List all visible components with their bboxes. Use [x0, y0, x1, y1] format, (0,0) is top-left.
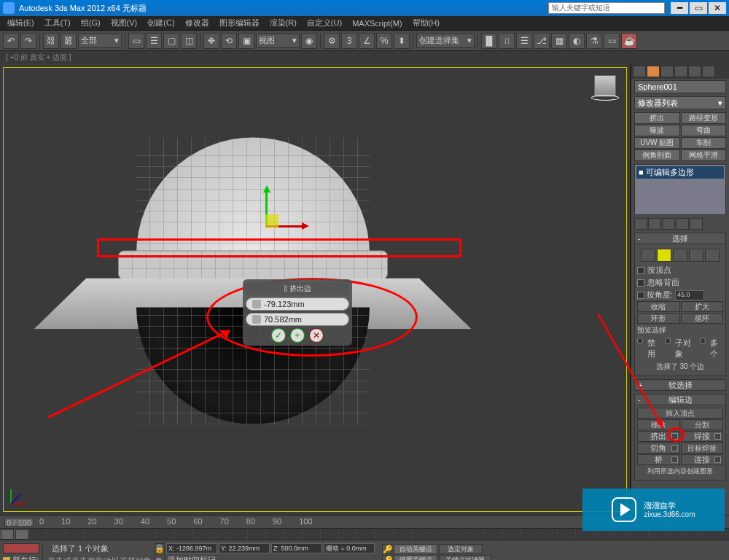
close-button[interactable]: ✕: [709, 2, 726, 14]
bridge-button[interactable]: 桥: [637, 454, 680, 465]
coord-z[interactable]: Z: 500.0mm: [271, 543, 322, 553]
caddy-width-input[interactable]: 70.582mm: [246, 313, 349, 326]
key-mode-icon[interactable]: 🔑: [382, 544, 392, 554]
window-crossing-button[interactable]: ◫: [181, 33, 197, 49]
mod-uvw[interactable]: UVW 贴图: [634, 137, 680, 149]
mod-pathdeform[interactable]: 路径变形: [681, 112, 727, 124]
caddy-cancel-button[interactable]: ✕: [309, 328, 324, 343]
menu-maxscript[interactable]: MAXScript(M): [352, 19, 402, 28]
set-key-button[interactable]: 设置关键点: [394, 555, 437, 560]
caddy-height-input[interactable]: -79.123mm: [246, 298, 349, 311]
split-button[interactable]: 分割: [681, 419, 724, 430]
rollout-selection-header[interactable]: -选择: [634, 233, 726, 244]
rotate-button[interactable]: ⟲: [221, 33, 237, 49]
tab-display[interactable]: [688, 66, 701, 77]
link-button[interactable]: ⛓: [43, 33, 59, 49]
angle-input[interactable]: 45.0: [675, 290, 704, 300]
select-region-button[interactable]: ▢: [163, 33, 179, 49]
menu-customize[interactable]: 自定义(U): [307, 18, 342, 28]
caddy-title[interactable]: ‖ 挤出边: [246, 282, 349, 295]
connect-button[interactable]: 连接: [681, 454, 724, 465]
stack-item-epoly[interactable]: ■ 可编辑多边形: [636, 166, 724, 179]
caddy-ok-button[interactable]: ✓: [271, 328, 286, 343]
scale-button[interactable]: ▣: [238, 33, 254, 49]
menu-create[interactable]: 创建(C): [147, 18, 174, 28]
lock-selection-icon[interactable]: 🔒: [155, 543, 165, 553]
mod-extrude[interactable]: 挤出: [634, 112, 680, 124]
render-frame-button[interactable]: ▭: [604, 33, 620, 49]
weld-settings-button[interactable]: [714, 433, 721, 440]
by-vertex-check[interactable]: 按顶点: [637, 264, 723, 276]
select-name-button[interactable]: ☰: [146, 33, 162, 49]
menu-rendering[interactable]: 渲染(R): [270, 18, 297, 28]
selected-set-display[interactable]: 选定对象: [439, 544, 483, 554]
loop-button[interactable]: 循环: [681, 313, 724, 324]
mod-noise[interactable]: 噪波: [634, 125, 680, 136]
coord-y[interactable]: Y: 22.239mm: [219, 543, 270, 553]
render-setup-button[interactable]: ⚗: [586, 33, 602, 49]
maximize-button[interactable]: ▭: [690, 2, 707, 14]
material-editor-button[interactable]: ◐: [569, 33, 585, 49]
ignore-backfacing-check[interactable]: 忽略背面: [637, 276, 723, 289]
so-vertex[interactable]: [641, 249, 655, 262]
snap-button[interactable]: 3: [341, 33, 357, 49]
key-filters-button[interactable]: 关键点过滤器: [439, 555, 491, 560]
weld-button[interactable]: 焊接: [681, 431, 724, 442]
remove-mod-button[interactable]: [676, 218, 689, 230]
tab-create[interactable]: [633, 66, 646, 77]
minimize-button[interactable]: ━: [671, 2, 688, 14]
select-button[interactable]: ▭: [128, 33, 144, 49]
caddy-apply-button[interactable]: +: [290, 328, 305, 343]
trackbar-btn-2[interactable]: [15, 529, 28, 540]
mod-bevelprofile[interactable]: 倒角剖面: [634, 149, 680, 161]
mod-lathe[interactable]: 车削: [681, 137, 727, 149]
maxscript-mini[interactable]: [3, 543, 39, 553]
modifier-list-dropdown[interactable]: 修改器列表▾: [634, 96, 726, 109]
undo-button[interactable]: ↶: [3, 33, 19, 49]
trackbar-btn-1[interactable]: [1, 529, 14, 540]
chamfer-button[interactable]: 切角: [637, 443, 680, 454]
target-weld-button[interactable]: 目标焊接: [681, 443, 724, 454]
render-button[interactable]: ☕: [621, 33, 637, 49]
auto-key-button[interactable]: 自动关键点: [394, 544, 437, 554]
set-key-icon[interactable]: 🔑: [382, 555, 392, 560]
make-unique-button[interactable]: [662, 218, 675, 230]
tab-utilities[interactable]: [702, 66, 715, 77]
configure-button[interactable]: [690, 218, 703, 230]
menu-modifiers[interactable]: 修改器: [185, 18, 209, 28]
manipulate-button[interactable]: ⚙: [324, 33, 340, 49]
menu-edit[interactable]: 编辑(E): [7, 18, 34, 28]
menu-help[interactable]: 帮助(H): [413, 18, 440, 28]
so-edge[interactable]: [657, 249, 671, 262]
layers-button[interactable]: ☰: [516, 33, 532, 49]
timeslider-thumb[interactable]: 0 / 100: [4, 518, 34, 526]
viewcube[interactable]: [594, 75, 616, 97]
spinner-snap-button[interactable]: ⬍: [394, 33, 410, 49]
align-button[interactable]: ⎍: [499, 33, 515, 49]
so-element[interactable]: [705, 249, 720, 262]
grow-button[interactable]: 扩大: [681, 301, 724, 312]
tab-motion[interactable]: [674, 66, 687, 77]
menu-grapheditors[interactable]: 图形编辑器: [219, 18, 260, 28]
connect-settings-button[interactable]: [714, 456, 721, 463]
pin-stack-button[interactable]: [634, 218, 647, 230]
so-border[interactable]: [673, 249, 687, 262]
unlink-button[interactable]: ⛓̸: [61, 33, 77, 49]
show-end-button[interactable]: [648, 218, 661, 230]
menu-tools[interactable]: 工具(T): [44, 18, 71, 28]
percent-snap-button[interactable]: %: [376, 33, 392, 49]
redo-button[interactable]: ↷: [20, 33, 36, 49]
so-polygon[interactable]: [689, 249, 703, 262]
mod-bend[interactable]: 弯曲: [681, 125, 727, 136]
viewport[interactable]: ‖ 挤出边 -79.123mm 70.582mm ✓ + ✕: [0, 64, 631, 515]
coord-x[interactable]: X: -1286.997m: [166, 543, 217, 553]
schematic-button[interactable]: ▦: [551, 33, 567, 49]
menu-views[interactable]: 视图(V): [111, 18, 138, 28]
mirror-button[interactable]: ▐▌: [481, 33, 497, 49]
add-time-tag[interactable]: 添加时间标记: [168, 555, 216, 560]
mod-meshsmooth[interactable]: 网格平滑: [681, 149, 727, 161]
refcoord-dropdown[interactable]: 视图▾: [256, 34, 300, 48]
menu-group[interactable]: 组(G): [81, 18, 101, 28]
radio-multi[interactable]: [700, 338, 706, 344]
angle-snap-button[interactable]: ∠: [359, 33, 375, 49]
